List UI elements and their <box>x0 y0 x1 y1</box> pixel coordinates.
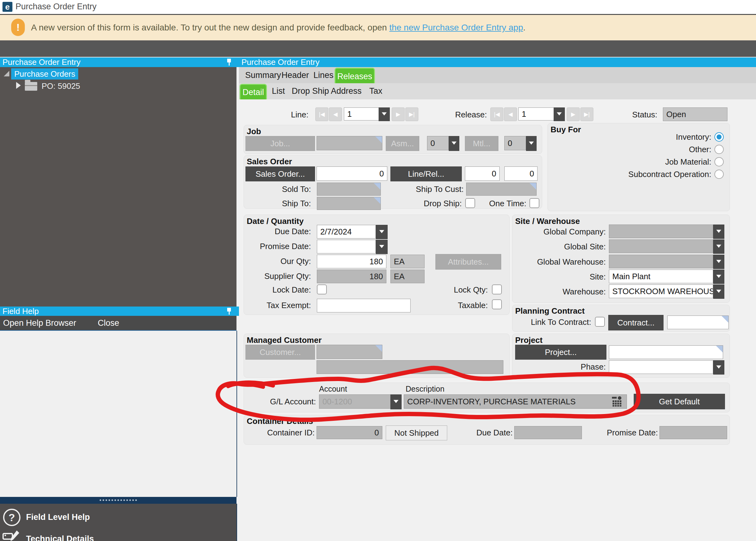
close-help-button[interactable]: Close <box>98 316 119 330</box>
new-app-link[interactable]: the new Purchase Order Entry app <box>389 23 523 32</box>
release-next-button[interactable]: ▶ <box>567 108 580 121</box>
ship-to-label: Ship To: <box>264 199 311 209</box>
tab-releases-active[interactable]: Releases <box>335 68 375 85</box>
phase-label: Phase: <box>544 362 606 372</box>
main-toolbar: ✕ ↻ ✂ ↶ |◀ ◀ 59025 ▶ ▶| File Edit Tools … <box>0 40 756 57</box>
release-first-button[interactable]: |◀ <box>490 108 503 121</box>
release-last-button[interactable]: ▶| <box>580 108 593 121</box>
pin-icon[interactable] <box>227 59 231 66</box>
get-default-button[interactable]: Get Default <box>634 394 725 409</box>
inventory-radio-label: Inventory: <box>559 132 711 142</box>
tree-node-purchase-orders[interactable]: Purchase Orders <box>11 68 78 80</box>
gl-account-tracker-icon[interactable] <box>612 396 623 407</box>
tree-collapse-icon[interactable] <box>4 71 9 76</box>
other-radio[interactable] <box>714 145 724 154</box>
mtl-value: 0 <box>504 136 526 150</box>
subtab-list[interactable]: List <box>272 83 285 99</box>
due-date-label: Due Date: <box>255 227 311 236</box>
project-field[interactable] <box>609 345 723 359</box>
field-help-menu: Open Help Browser Close <box>0 316 236 331</box>
pin-icon[interactable] <box>227 308 231 314</box>
line-dropdown-icon[interactable] <box>378 108 390 121</box>
subcontract-operation-radio-label: Subcontract Operation: <box>559 170 711 179</box>
link-to-contract-checkbox[interactable] <box>595 317 605 327</box>
line-last-button[interactable]: ▶| <box>405 108 418 121</box>
line-first-button[interactable]: |◀ <box>315 108 328 121</box>
tax-exempt-input[interactable] <box>317 299 410 312</box>
due-date-dropdown-icon[interactable] <box>376 225 387 239</box>
open-help-browser-button[interactable]: Open Help Browser <box>3 316 76 330</box>
line-next-button[interactable]: ▶ <box>392 108 405 121</box>
customer-name-field <box>317 360 503 374</box>
supplier-qty-field: 180 <box>317 270 386 283</box>
so-release-input[interactable]: 0 <box>504 167 538 181</box>
planning-contract-group-title: Planning Contract <box>515 306 585 316</box>
site-label: Site: <box>482 272 606 282</box>
mtl-button: Mtl... <box>465 136 498 151</box>
promise-date-dropdown-icon[interactable] <box>376 240 387 254</box>
tab-header[interactable]: Header <box>282 67 309 83</box>
status-value: Open <box>663 108 727 121</box>
warehouse-select[interactable]: STOCKROOM WAREHOUSE <box>609 284 713 298</box>
release-number-input[interactable]: 1 <box>518 108 554 121</box>
release-prev-button[interactable]: ◀ <box>504 108 517 121</box>
subtab-tax[interactable]: Tax <box>369 83 382 99</box>
project-button[interactable]: Project... <box>515 345 607 360</box>
warehouse-dropdown-icon[interactable] <box>713 284 724 299</box>
one-time-label: One Time: <box>474 199 526 209</box>
subcontract-operation-radio[interactable] <box>714 170 724 179</box>
global-site-label: Global Site: <box>482 242 606 252</box>
phase-dropdown-icon[interactable] <box>713 360 724 374</box>
panel-splitter[interactable] <box>0 497 236 504</box>
window-title: Purchase Order Entry <box>16 2 97 11</box>
sales-order-button[interactable]: Sales Order... <box>245 167 315 181</box>
site-warehouse-group-title: Site / Warehouse <box>515 217 580 226</box>
field-level-help-item[interactable]: Field Level Help <box>26 512 90 522</box>
taxable-checkbox[interactable] <box>492 299 502 309</box>
so-line-input[interactable]: 0 <box>465 167 500 181</box>
sales-order-number-input[interactable]: 0 <box>317 167 387 181</box>
promise-date-input[interactable] <box>317 240 376 254</box>
job-material-radio[interactable] <box>714 157 724 167</box>
technical-details-icon <box>2 530 20 541</box>
link-to-contract-label: Link To Contract: <box>498 317 591 327</box>
drop-ship-label: Drop Ship: <box>409 199 462 209</box>
supplier-qty-label: Supplier Qty: <box>249 271 311 281</box>
phase-select[interactable] <box>609 360 713 374</box>
line-number-input[interactable]: 1 <box>344 108 379 121</box>
subtab-detail-active[interactable]: Detail <box>240 84 267 101</box>
ship-to-cust-label: Ship To Cust: <box>401 185 464 194</box>
one-time-checkbox[interactable] <box>529 198 539 208</box>
technical-details-item[interactable]: Technical Details <box>26 534 94 541</box>
asm-dropdown-icon <box>449 136 459 151</box>
site-select[interactable]: Main Plant <box>609 270 713 283</box>
line-prev-button[interactable]: ◀ <box>329 108 342 121</box>
site-dropdown-icon[interactable] <box>713 270 724 284</box>
description-column-label: Description <box>405 384 444 393</box>
tree-expand-icon[interactable] <box>16 82 21 89</box>
lock-date-label: Lock Date: <box>255 285 311 295</box>
line-rel-button[interactable]: Line/Rel... <box>390 167 462 181</box>
release-dropdown-icon[interactable] <box>554 108 565 121</box>
banner-message: A new version of this form is available.… <box>31 23 389 32</box>
ship-to-field <box>317 197 381 210</box>
due-date-input[interactable]: 2/7/2024 <box>317 225 376 239</box>
inventory-radio[interactable] <box>714 132 724 142</box>
our-qty-input[interactable]: 180 <box>317 255 386 268</box>
promise-date-label: Promise Date: <box>247 242 311 251</box>
subtab-strip: Detail List Drop Ship Address Tax <box>239 83 756 100</box>
subtab-drop-ship-address[interactable]: Drop Ship Address <box>292 83 362 99</box>
supplier-qty-uom: EA <box>390 270 424 283</box>
job-group-title: Job <box>247 127 261 136</box>
tree-node-po[interactable]: PO: 59025 <box>42 81 80 91</box>
asm-value: 0 <box>427 136 449 150</box>
tab-lines[interactable]: Lines <box>314 67 334 83</box>
global-warehouse-field <box>609 255 713 268</box>
contract-button[interactable]: Contract... <box>608 315 663 330</box>
contract-field[interactable] <box>667 315 729 329</box>
lock-date-checkbox[interactable] <box>317 284 327 294</box>
project-group-title: Project <box>515 335 543 345</box>
container-promise-date-label: Promise Date: <box>596 428 658 438</box>
tax-exempt-label: Tax Exempt: <box>252 300 311 310</box>
tab-summary[interactable]: Summary <box>245 67 281 83</box>
